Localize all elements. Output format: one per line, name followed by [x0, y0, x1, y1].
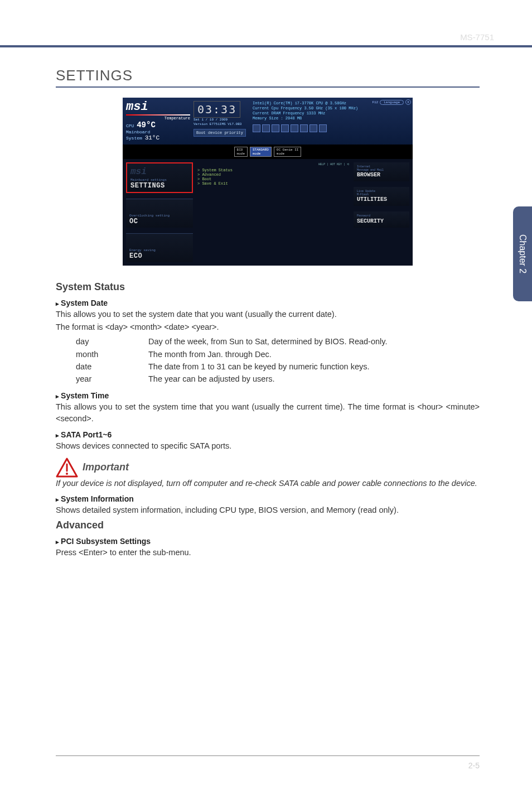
boot-device-icons: [253, 124, 409, 132]
bios-menu-list: System Status Advanced Boot Save & Exit: [197, 168, 349, 186]
right-item-label: SECURITY: [357, 218, 406, 224]
system-info-heading: System Information: [56, 494, 480, 503]
advanced-heading: Advanced: [56, 519, 480, 531]
warning-icon: [56, 458, 78, 478]
page-number: 2-5: [468, 761, 480, 770]
right-item-label: UTILITIES: [357, 196, 406, 203]
sidebar-item-label: ECO: [129, 252, 190, 260]
mb-temp-line: Mainboard System 31°C: [126, 129, 190, 141]
device-icon[interactable]: [262, 124, 270, 132]
system-date-table: day Day of the week, from Sun to Sat, de…: [76, 335, 480, 386]
term: month: [76, 348, 148, 360]
bios-logo-block: msi Temperature CPU 49°C Mainboard Syste…: [126, 101, 190, 141]
sidebar-item-settings[interactable]: msi Mainboard settings SETTINGS: [126, 162, 193, 193]
pci-desc: Press <Enter> to enter the sub-menu.: [56, 547, 480, 559]
definition: The date from 1 to 31 can be keyed by nu…: [148, 360, 480, 373]
device-icon[interactable]: [253, 124, 260, 132]
definition: The month from Jan. through Dec.: [148, 348, 480, 360]
bios-date: Sat 1 / 10 / 2009: [194, 118, 246, 122]
bios-left-nav: msi Mainboard settings SETTINGS Overcloc…: [126, 162, 193, 262]
system-date-desc: This allows you to set the system date t…: [56, 309, 480, 320]
bios-top-right: F12 Language X: [372, 99, 411, 105]
device-icon[interactable]: [272, 124, 279, 132]
page-header: MS-7751: [0, 32, 532, 47]
help-hotkey-label[interactable]: HELP | HOT KEY | ⟲: [318, 162, 349, 166]
mb-temp-value: 31°C: [145, 134, 159, 141]
bios-main-area: msi Mainboard settings SETTINGS Overcloc…: [123, 159, 413, 266]
device-icon[interactable]: [300, 124, 308, 132]
footer-rule: [56, 755, 480, 756]
bios-version: Version E7751IMS V17.0B3: [194, 122, 246, 127]
mode-row: ECO mode STANDARD mode OC Genie II mode: [123, 145, 413, 159]
bios-clock-block: 03:33 Sat 1 / 10 / 2009 Version E7751IMS…: [194, 101, 246, 141]
bios-cpu-info: Intel(R) Core(TM) i7-3770K CPU @ 3.50GHz…: [249, 101, 409, 141]
right-item-sub: Internet Message and Mail: [357, 166, 406, 172]
device-icon[interactable]: [281, 124, 289, 132]
important-label: Important: [83, 461, 129, 473]
definition: The year can be adjusted by users.: [148, 373, 480, 385]
standard-mode-button[interactable]: STANDARD mode: [250, 147, 272, 157]
definition: Day of the week, from Sun to Sat, determ…: [148, 335, 480, 348]
table-row: month The month from Jan. through Dec.: [76, 348, 480, 360]
close-icon[interactable]: X: [405, 99, 411, 105]
temperature-bar: [126, 114, 190, 115]
term: year: [76, 373, 148, 385]
table-row: day Day of the week, from Sun to Sat, de…: [76, 335, 480, 348]
bios-top-bar: F12 Language X msi Temperature CPU 49°C …: [123, 98, 413, 145]
sidebar-item-label: SETTINGS: [130, 182, 188, 190]
msi-logo-ghost: msi: [130, 167, 188, 177]
menu-item-system-status[interactable]: System Status: [197, 168, 349, 172]
term: day: [76, 335, 148, 348]
system-date-heading: System Date: [56, 299, 480, 307]
device-icon[interactable]: [319, 124, 327, 132]
f12-label[interactable]: F12: [372, 100, 378, 104]
bios-clock: 03:33: [194, 101, 240, 118]
menu-item-save-exit[interactable]: Save & Exit: [197, 181, 349, 186]
system-status-heading: System Status: [56, 281, 480, 293]
bios-right-nav: Internet Message and Mail BROWSER Live U…: [354, 162, 409, 262]
cpu-info-2: Current Cpu Frequency 3.50 GHz (35 x 100…: [253, 106, 409, 111]
temperature-label: Temperature: [126, 116, 190, 121]
sidebar-item-sub: Overclocking setting: [129, 214, 190, 218]
system-time-heading: System Time: [56, 391, 480, 400]
sidebar-item-sub: Mainboard settings: [130, 178, 188, 182]
sata-desc: Shows devices connected to specific SATA…: [56, 440, 480, 452]
cpu-temp-line: CPU 49°C: [126, 121, 190, 129]
cpu-temp-value: 49°C: [137, 121, 156, 129]
pci-heading: PCI Subsystem Settings: [56, 537, 480, 546]
page-title: SETTINGS: [56, 67, 480, 88]
menu-item-boot[interactable]: Boot: [197, 177, 349, 181]
boot-priority-button[interactable]: Boot device priority: [194, 129, 246, 137]
right-item-security[interactable]: Password SECURITY: [354, 211, 409, 228]
svg-point-2: [66, 473, 68, 475]
sidebar-item-sub: Energy saving: [129, 248, 190, 252]
right-item-sub: Live Update M-Flash: [357, 190, 406, 196]
sata-heading: SATA Port1~6: [56, 430, 480, 439]
right-item-browser[interactable]: Internet Message and Mail BROWSER: [354, 162, 409, 181]
msi-logo: msi: [126, 101, 190, 113]
cpu-label: CPU: [126, 123, 134, 128]
sidebar-item-oc[interactable]: Overclocking setting OC: [126, 199, 193, 228]
right-item-utilities[interactable]: Live Update M-Flash UTILITIES: [354, 187, 409, 206]
table-row: year The year can be adjusted by users.: [76, 373, 480, 385]
device-icon[interactable]: [291, 124, 298, 132]
system-time-desc: This allows you to set the system time t…: [56, 401, 480, 425]
device-icon[interactable]: [309, 124, 317, 132]
system-date-format: The format is <day> <month> <date> <year…: [56, 321, 480, 333]
chapter-side-tab: Chapter 2: [513, 206, 532, 301]
term: date: [76, 360, 148, 373]
cpu-info-3: Current DRAM Frequency 1333 MHz: [253, 111, 409, 116]
system-info-desc: Shows detailed system information, inclu…: [56, 504, 480, 516]
important-note: If your device is not displayed, turn of…: [56, 478, 480, 489]
menu-item-advanced[interactable]: Advanced: [197, 172, 349, 177]
language-button[interactable]: Language: [380, 100, 404, 105]
cpu-info-4: Memory Size : 2048 MB: [253, 116, 409, 121]
sidebar-item-eco[interactable]: Energy saving ECO: [126, 233, 193, 262]
bios-menu-col: HELP | HOT KEY | ⟲ System Status Advance…: [197, 162, 349, 262]
eco-mode-button[interactable]: ECO mode: [234, 147, 248, 157]
oc-genie-mode-button[interactable]: OC Genie II mode: [274, 147, 302, 157]
important-callout: Important: [56, 458, 480, 478]
right-item-label: BROWSER: [357, 172, 406, 178]
bios-screenshot: F12 Language X msi Temperature CPU 49°C …: [123, 98, 413, 266]
sidebar-item-label: OC: [129, 218, 190, 225]
